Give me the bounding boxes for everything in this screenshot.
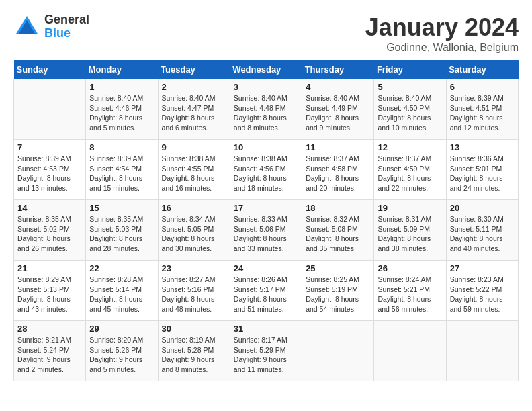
day-info: Sunrise: 8:40 AMSunset: 4:48 PMDaylight:…: [234, 94, 287, 132]
week-row-4: 21 Sunrise: 8:29 AMSunset: 5:13 PMDaylig…: [14, 261, 519, 321]
day-number: 23: [162, 263, 226, 273]
day-number: 11: [306, 142, 370, 152]
day-cell: 20 Sunrise: 8:30 AMSunset: 5:11 PMDaylig…: [446, 200, 518, 261]
page-header: General Blue January 2024 Godinne, Wallo…: [13, 13, 519, 54]
day-info: Sunrise: 8:17 AMSunset: 5:29 PMDaylight:…: [234, 336, 287, 373]
day-cell: 27 Sunrise: 8:23 AMSunset: 5:22 PMDaylig…: [446, 261, 518, 321]
day-cell: 18 Sunrise: 8:32 AMSunset: 5:08 PMDaylig…: [302, 200, 374, 261]
day-cell: 9 Sunrise: 8:38 AMSunset: 4:55 PMDayligh…: [158, 140, 230, 200]
day-number: 25: [306, 263, 370, 273]
day-number: 18: [306, 203, 370, 213]
location-title: Godinne, Wallonia, Belgium: [365, 42, 519, 54]
day-cell: 31 Sunrise: 8:17 AMSunset: 5:29 PMDaylig…: [230, 321, 302, 381]
day-number: 13: [450, 142, 515, 152]
day-info: Sunrise: 8:39 AMSunset: 4:53 PMDaylight:…: [17, 154, 71, 192]
day-info: Sunrise: 8:19 AMSunset: 5:28 PMDaylight:…: [162, 336, 216, 373]
day-info: Sunrise: 8:28 AMSunset: 5:14 PMDaylight:…: [89, 275, 143, 313]
week-row-3: 14 Sunrise: 8:35 AMSunset: 5:02 PMDaylig…: [14, 200, 519, 261]
day-number: 27: [450, 263, 515, 273]
day-info: Sunrise: 8:39 AMSunset: 4:54 PMDaylight:…: [89, 154, 143, 192]
day-info: Sunrise: 8:38 AMSunset: 4:55 PMDaylight:…: [162, 154, 216, 192]
day-cell: 13 Sunrise: 8:36 AMSunset: 5:01 PMDaylig…: [446, 140, 518, 200]
day-info: Sunrise: 8:29 AMSunset: 5:13 PMDaylight:…: [17, 275, 71, 313]
day-cell: 4 Sunrise: 8:40 AMSunset: 4:49 PMDayligh…: [302, 79, 374, 140]
day-number: 22: [89, 263, 154, 273]
day-cell: 23 Sunrise: 8:27 AMSunset: 5:16 PMDaylig…: [158, 261, 230, 321]
day-number: 10: [234, 142, 298, 152]
day-number: 12: [378, 142, 442, 152]
day-cell: 3 Sunrise: 8:40 AMSunset: 4:48 PMDayligh…: [230, 79, 302, 140]
day-number: 17: [234, 203, 298, 213]
day-info: Sunrise: 8:36 AMSunset: 5:01 PMDaylight:…: [450, 154, 504, 192]
day-cell: [14, 79, 86, 140]
day-number: 29: [89, 324, 154, 334]
day-cell: 21 Sunrise: 8:29 AMSunset: 5:13 PMDaylig…: [14, 261, 86, 321]
day-cell: 11 Sunrise: 8:37 AMSunset: 4:58 PMDaylig…: [302, 140, 374, 200]
day-number: 28: [17, 324, 82, 334]
day-number: 16: [162, 203, 226, 213]
week-row-5: 28 Sunrise: 8:21 AMSunset: 5:24 PMDaylig…: [14, 321, 519, 381]
day-cell: 30 Sunrise: 8:19 AMSunset: 5:28 PMDaylig…: [158, 321, 230, 381]
title-block: January 2024 Godinne, Wallonia, Belgium: [365, 13, 519, 54]
day-info: Sunrise: 8:40 AMSunset: 4:49 PMDaylight:…: [306, 94, 359, 132]
day-info: Sunrise: 8:39 AMSunset: 4:51 PMDaylight:…: [450, 94, 504, 132]
day-info: Sunrise: 8:23 AMSunset: 5:22 PMDaylight:…: [450, 275, 504, 313]
day-info: Sunrise: 8:35 AMSunset: 5:02 PMDaylight:…: [17, 215, 71, 253]
day-number: 21: [17, 263, 82, 273]
week-row-1: 1 Sunrise: 8:40 AMSunset: 4:46 PMDayligh…: [14, 79, 519, 140]
day-number: 15: [89, 203, 154, 213]
day-info: Sunrise: 8:20 AMSunset: 5:26 PMDaylight:…: [89, 336, 143, 373]
day-info: Sunrise: 8:40 AMSunset: 4:50 PMDaylight:…: [378, 94, 431, 132]
weekday-thursday: Thursday: [302, 60, 374, 79]
weekday-header-row: SundayMondayTuesdayWednesdayThursdayFrid…: [14, 60, 519, 79]
day-number: 5: [378, 82, 442, 92]
logo-blue: Blue: [44, 27, 89, 40]
calendar-table: SundayMondayTuesdayWednesdayThursdayFrid…: [13, 60, 519, 381]
day-cell: 25 Sunrise: 8:25 AMSunset: 5:19 PMDaylig…: [302, 261, 374, 321]
day-number: 30: [162, 324, 226, 334]
day-info: Sunrise: 8:26 AMSunset: 5:17 PMDaylight:…: [234, 275, 287, 313]
day-number: 26: [378, 263, 442, 273]
day-number: 1: [89, 82, 154, 92]
day-cell: [374, 321, 446, 381]
day-number: 8: [89, 142, 154, 152]
day-cell: 15 Sunrise: 8:35 AMSunset: 5:03 PMDaylig…: [86, 200, 158, 261]
day-cell: 8 Sunrise: 8:39 AMSunset: 4:54 PMDayligh…: [86, 140, 158, 200]
day-info: Sunrise: 8:38 AMSunset: 4:56 PMDaylight:…: [234, 154, 287, 192]
day-info: Sunrise: 8:32 AMSunset: 5:08 PMDaylight:…: [306, 215, 359, 253]
day-cell: 5 Sunrise: 8:40 AMSunset: 4:50 PMDayligh…: [374, 79, 446, 140]
day-info: Sunrise: 8:27 AMSunset: 5:16 PMDaylight:…: [162, 275, 216, 313]
day-cell: 12 Sunrise: 8:37 AMSunset: 4:59 PMDaylig…: [374, 140, 446, 200]
logo-text: General Blue: [44, 13, 89, 40]
day-number: 31: [234, 324, 298, 334]
day-cell: 26 Sunrise: 8:24 AMSunset: 5:21 PMDaylig…: [374, 261, 446, 321]
day-cell: 7 Sunrise: 8:39 AMSunset: 4:53 PMDayligh…: [14, 140, 86, 200]
day-number: 3: [234, 82, 298, 92]
day-number: 20: [450, 203, 515, 213]
day-number: 9: [162, 142, 226, 152]
week-row-2: 7 Sunrise: 8:39 AMSunset: 4:53 PMDayligh…: [14, 140, 519, 200]
day-cell: 24 Sunrise: 8:26 AMSunset: 5:17 PMDaylig…: [230, 261, 302, 321]
day-info: Sunrise: 8:21 AMSunset: 5:24 PMDaylight:…: [17, 336, 71, 373]
weekday-sunday: Sunday: [14, 60, 86, 79]
day-info: Sunrise: 8:33 AMSunset: 5:06 PMDaylight:…: [234, 215, 287, 253]
day-cell: 14 Sunrise: 8:35 AMSunset: 5:02 PMDaylig…: [14, 200, 86, 261]
day-cell: 19 Sunrise: 8:31 AMSunset: 5:09 PMDaylig…: [374, 200, 446, 261]
day-cell: 2 Sunrise: 8:40 AMSunset: 4:47 PMDayligh…: [158, 79, 230, 140]
day-cell: 28 Sunrise: 8:21 AMSunset: 5:24 PMDaylig…: [14, 321, 86, 381]
weekday-monday: Monday: [86, 60, 158, 79]
day-number: 6: [450, 82, 515, 92]
month-title: January 2024: [365, 13, 519, 42]
day-cell: 1 Sunrise: 8:40 AMSunset: 4:46 PMDayligh…: [86, 79, 158, 140]
day-cell: 22 Sunrise: 8:28 AMSunset: 5:14 PMDaylig…: [86, 261, 158, 321]
day-cell: [446, 321, 518, 381]
day-info: Sunrise: 8:40 AMSunset: 4:46 PMDaylight:…: [89, 94, 143, 132]
day-cell: 16 Sunrise: 8:34 AMSunset: 5:05 PMDaylig…: [158, 200, 230, 261]
day-cell: 6 Sunrise: 8:39 AMSunset: 4:51 PMDayligh…: [446, 79, 518, 140]
day-number: 19: [378, 203, 442, 213]
day-info: Sunrise: 8:37 AMSunset: 4:58 PMDaylight:…: [306, 154, 359, 192]
logo: General Blue: [13, 13, 89, 40]
day-number: 4: [306, 82, 370, 92]
day-info: Sunrise: 8:31 AMSunset: 5:09 PMDaylight:…: [378, 215, 431, 253]
day-cell: 17 Sunrise: 8:33 AMSunset: 5:06 PMDaylig…: [230, 200, 302, 261]
